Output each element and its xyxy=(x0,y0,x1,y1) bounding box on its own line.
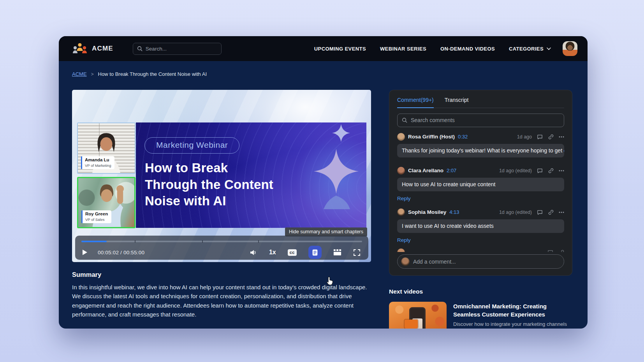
comment-timestamp-link[interactable]: 2:07 xyxy=(447,168,456,173)
comment-meta: 1d ago xyxy=(517,134,564,140)
progress-fill xyxy=(81,241,107,242)
page-background: ACME UPCOMING EVENTS WEBINAR SERIES ON-D… xyxy=(0,0,644,362)
comment-item: Rosa Griffin (Host) 0:32 1d ago Thanks f… xyxy=(397,133,564,157)
commenter-avatar xyxy=(397,208,405,216)
next-video-description: Discover how to integrate your marketing… xyxy=(453,321,575,329)
reply-bubble-icon[interactable] xyxy=(537,210,543,215)
star-shape-small xyxy=(332,124,350,142)
comment-header xyxy=(397,248,564,252)
summary-toggle-tooltip: Hide summary and smart chapters xyxy=(285,227,367,236)
comment-text: How to use AI to create unique content xyxy=(397,178,564,191)
reply-link[interactable]: Reply xyxy=(397,196,411,201)
nav-search[interactable] xyxy=(133,43,222,55)
next-videos-section: Next videos 36:45 Omnichannel Marketing:… xyxy=(389,288,581,329)
copy-link-icon[interactable] xyxy=(548,134,554,140)
chapter-marker xyxy=(135,240,135,243)
categories-label: CATEGORIES xyxy=(509,46,544,52)
nav-item-categories[interactable]: CATEGORIES xyxy=(509,46,551,52)
search-icon xyxy=(402,117,407,123)
summary-heading: Summary xyxy=(72,271,373,278)
reply-bubble-icon[interactable] xyxy=(537,134,543,140)
controls-row: 00:05:02 / 00:55:00 1x cc xyxy=(82,245,361,260)
slide-title: How to Break Through the Content Noise w… xyxy=(145,160,273,210)
fullscreen-button[interactable] xyxy=(353,249,361,256)
breadcrumb: ACME > How to Break Through the Content … xyxy=(72,71,207,77)
reply-link[interactable]: Reply xyxy=(397,237,411,243)
summary-section: Summary In this insightful webinar, we d… xyxy=(72,271,373,329)
comments-list: Rosa Griffin (Host) 0:32 1d ago Thanks f… xyxy=(397,127,564,252)
speaker-name-badge: Roy Green VP of Sales xyxy=(81,210,111,223)
add-comment-input[interactable] xyxy=(413,259,560,265)
speaker-role: VP of Sales xyxy=(85,217,108,222)
reply-bubble-icon[interactable] xyxy=(547,250,553,252)
star-shape-large xyxy=(312,145,361,209)
commenter-name: Sophia Mosiley xyxy=(408,209,446,215)
play-button[interactable] xyxy=(82,249,88,255)
comment-timestamp-link[interactable]: 0:32 xyxy=(458,134,468,140)
comment-age: 1d ago xyxy=(517,134,532,140)
thumbnail-cart-illustration xyxy=(405,320,418,329)
time-display: 00:05:02 / 00:55:00 xyxy=(98,250,144,255)
volume-icon[interactable] xyxy=(250,249,257,256)
nav-item-upcoming-events[interactable]: UPCOMING EVENTS xyxy=(314,46,366,52)
copy-link-icon[interactable] xyxy=(558,249,564,252)
comments-search-input[interactable] xyxy=(411,117,560,123)
panel-tabs: Comment(99+) Transcript xyxy=(397,90,564,108)
comment-header: Rosa Griffin (Host) 0:32 1d ago xyxy=(397,133,564,141)
comment-text: Thanks for joining today's webinar! What… xyxy=(397,144,564,157)
video-player[interactable]: Amanda Lu VP of Marketing Roy Green VP o… xyxy=(72,90,371,262)
comment-item: Clara Arellano 2:07 1d ago (edited) How … xyxy=(397,167,564,201)
brand[interactable]: ACME xyxy=(72,43,113,54)
breadcrumb-current: How to Break Through the Content Noise w… xyxy=(98,71,207,77)
reply-bubble-icon[interactable] xyxy=(537,168,543,173)
next-videos-heading: Next videos xyxy=(389,288,581,295)
tab-comments[interactable]: Comment(99+) xyxy=(397,97,434,108)
more-options-icon[interactable] xyxy=(559,136,564,138)
copy-link-icon[interactable] xyxy=(548,209,554,215)
user-avatar[interactable] xyxy=(563,41,577,56)
comment-meta: 1d ago (edited) xyxy=(499,168,564,173)
tab-transcript[interactable]: Transcript xyxy=(445,97,469,108)
next-video-info: Omnichannel Marketing: Creating Seamless… xyxy=(453,302,575,329)
comments-panel: Comment(99+) Transcript Rosa Griffin (Ho… xyxy=(389,90,572,276)
navbar: ACME UPCOMING EVENTS WEBINAR SERIES ON-D… xyxy=(59,36,588,61)
current-user-avatar xyxy=(401,257,410,266)
speaker-name: Amanda Lu xyxy=(85,157,111,163)
more-options-icon[interactable] xyxy=(559,170,564,171)
chapters-grid-button[interactable] xyxy=(333,249,341,256)
commenter-avatar xyxy=(397,248,405,252)
summary-paragraph: Real-world examples showcase how brands … xyxy=(72,328,373,329)
next-video-title[interactable]: Omnichannel Marketing: Creating Seamless… xyxy=(453,303,575,318)
summary-chapters-button-active[interactable] xyxy=(308,246,322,259)
chapter-marker xyxy=(202,240,203,243)
nav-item-on-demand-videos[interactable]: ON-DEMAND VIDEOS xyxy=(440,46,495,52)
playback-speed-button[interactable]: 1x xyxy=(269,249,276,256)
closed-captions-button[interactable]: cc xyxy=(288,249,297,256)
controls-right-group: 1x cc xyxy=(250,246,361,259)
nav-links: UPCOMING EVENTS WEBINAR SERIES ON-DEMAND… xyxy=(314,46,551,52)
progress-bar[interactable] xyxy=(81,241,362,242)
slide-category-pill: Marketing Webinar xyxy=(144,137,239,154)
summary-paragraph: In this insightful webinar, we dive into… xyxy=(72,283,373,319)
comment-item: Sophia Mosiley 4:13 1d ago (edited) I wa… xyxy=(397,208,564,243)
breadcrumb-home-link[interactable]: ACME xyxy=(72,71,87,77)
comment-timestamp-link[interactable]: 4:13 xyxy=(449,209,459,215)
chapter-marker xyxy=(258,240,259,243)
comments-search[interactable] xyxy=(397,114,564,127)
search-input[interactable] xyxy=(146,46,217,52)
next-video-card[interactable]: 36:45 Omnichannel Marketing: Creating Se… xyxy=(389,302,581,329)
speaker-name-badge: Amanda Lu VP of Marketing xyxy=(81,156,114,169)
speaker-role: VP of Marketing xyxy=(85,163,111,168)
comment-meta: 1d ago (edited) xyxy=(499,209,564,215)
more-options-icon[interactable] xyxy=(559,212,564,213)
app-window: ACME UPCOMING EVENTS WEBINAR SERIES ON-D… xyxy=(59,36,588,329)
comment-meta xyxy=(547,249,564,252)
nav-item-webinar-series[interactable]: WEBINAR SERIES xyxy=(380,46,426,52)
next-video-thumbnail[interactable]: 36:45 xyxy=(389,302,447,329)
brand-name: ACME xyxy=(92,45,113,52)
acme-logo-icon xyxy=(72,43,88,54)
comment-age: 1d ago (edited) xyxy=(499,168,532,173)
add-comment-box[interactable] xyxy=(397,254,564,269)
commenter-avatar xyxy=(397,133,405,141)
copy-link-icon[interactable] xyxy=(548,168,554,173)
